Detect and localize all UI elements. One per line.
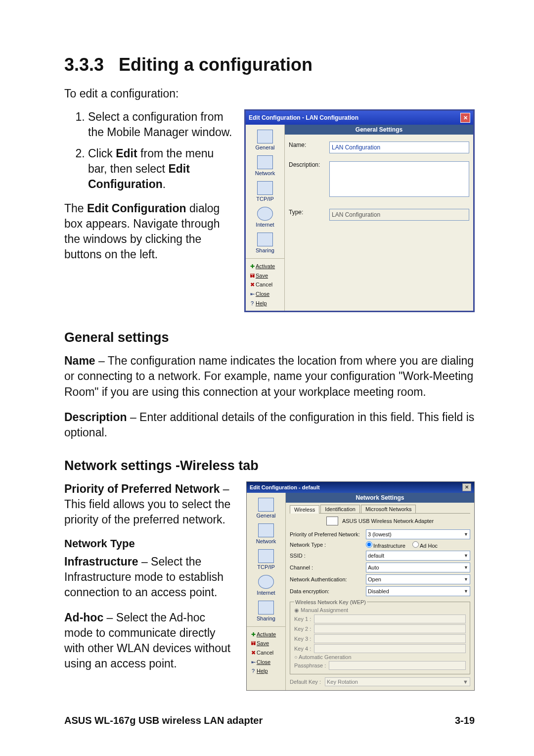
key1-input[interactable] (314, 614, 466, 623)
name-paragraph: Name – The configuration name indicates … (64, 353, 475, 399)
nav-network[interactable]: Network (247, 523, 285, 544)
chevron-down-icon: ▼ (464, 589, 468, 594)
key3-input[interactable] (314, 634, 466, 643)
nav-network[interactable]: Network (246, 155, 284, 176)
tab-wireless[interactable]: Wireless (290, 505, 319, 514)
action-save[interactable]: 🖬Save (250, 271, 282, 281)
radio-manual[interactable]: ◉ Manual Assignment (294, 607, 466, 614)
ssid-label: SSID : (290, 553, 364, 559)
adapter-icon (326, 517, 338, 525)
section-heading: 3.3.3 Editing a configuration (64, 54, 475, 75)
key3-label: Key 3 : (294, 636, 311, 642)
key4-label: Key 4 : (294, 646, 311, 652)
default-key-select[interactable]: Key Rotation▼ (325, 677, 470, 686)
step-1: Select a configuration from the Mobile M… (88, 109, 234, 140)
passphrase-label: Passphrase : (294, 662, 326, 668)
channel-select[interactable]: Auto▼ (366, 563, 470, 572)
network-icon (257, 155, 273, 169)
dialog2-title: Edit Configuration - default (250, 484, 320, 490)
infrastructure-paragraph: Infrastructure – Select the Infrastructu… (64, 554, 236, 600)
after-steps-text: The Edit Configuration dialog box appear… (64, 201, 234, 262)
general-icon (258, 498, 274, 512)
description-paragraph: Description – Enter additional details o… (64, 410, 475, 440)
chevron-down-icon: ▼ (464, 532, 468, 537)
auth-select[interactable]: Open▼ (366, 574, 470, 584)
chevron-down-icon: ▼ (463, 679, 468, 685)
dialog2-header: Network Settings (286, 493, 474, 503)
intro-text: To edit a configuration: (64, 87, 475, 100)
action-save[interactable]: 🖬Save (251, 639, 283, 648)
radio-infrastructure[interactable]: Infrastructure (366, 541, 405, 549)
tcpip-icon (258, 549, 274, 563)
key2-input[interactable] (314, 624, 466, 633)
nav-general[interactable]: General (246, 130, 284, 150)
close-icon[interactable]: ✕ (462, 483, 471, 491)
default-key-label: Default Key : (290, 679, 321, 685)
general-icon (257, 130, 273, 143)
action-activate[interactable]: ✚Activate (250, 262, 282, 271)
auth-label: Network Authentication: (290, 576, 364, 582)
chevron-down-icon: ▼ (464, 565, 468, 570)
priority-label: Priority of Preferred Network: (290, 531, 364, 537)
general-settings-heading: General settings (64, 330, 475, 345)
nav-tcpip[interactable]: TCP/IP (246, 181, 284, 202)
ssid-select[interactable]: default▼ (366, 551, 470, 561)
radio-adhoc[interactable]: Ad Hoc (412, 541, 438, 549)
tab-identification[interactable]: Identification (320, 505, 360, 513)
action-close[interactable]: ⇤Close (250, 289, 282, 299)
nav-internet[interactable]: Internet (247, 575, 285, 596)
type-field (329, 209, 469, 221)
network-settings-heading: Network settings -Wireless tab (64, 458, 475, 473)
footer-page-number: 3-19 (455, 715, 475, 726)
nav-general[interactable]: General (247, 498, 285, 519)
network-type-label: Network Type : (290, 542, 364, 548)
priority-paragraph: Priority of Preferred Network – This fie… (64, 481, 236, 527)
key4-input[interactable] (314, 644, 466, 653)
nav-sharing[interactable]: Sharing (246, 233, 284, 253)
nav-internet[interactable]: Internet (246, 207, 284, 228)
name-label: Name: (289, 142, 324, 148)
name-input[interactable] (329, 142, 469, 153)
encryption-label: Data encryption: (290, 588, 364, 594)
passphrase-input[interactable] (329, 661, 466, 670)
chevron-down-icon: ▼ (464, 553, 468, 558)
dialog1-title: Edit Configuration - LAN Configuration (249, 114, 358, 121)
adapter-row: ASUS USB Wireless Network Adapter (290, 517, 470, 525)
description-input[interactable] (329, 161, 469, 197)
sharing-icon (258, 601, 274, 614)
close-icon[interactable]: ✕ (460, 113, 470, 123)
channel-label: Channel : (290, 565, 364, 570)
nav-sharing[interactable]: Sharing (247, 601, 285, 621)
nav-tcpip[interactable]: TCP/IP (247, 549, 285, 570)
tcpip-icon (257, 181, 273, 195)
internet-icon (258, 575, 274, 589)
step-2: Click Edit from the menu bar, then selec… (88, 146, 234, 192)
network-icon (258, 523, 274, 537)
tab-microsoft-networks[interactable]: Microsoft Networks (361, 505, 416, 513)
edit-config-dialog-1: Edit Configuration - LAN Configuration ✕… (244, 109, 475, 312)
action-close[interactable]: ⇤Close (251, 658, 283, 667)
action-help[interactable]: ?Help (251, 666, 283, 676)
priority-select[interactable]: 3 (lowest)▼ (366, 529, 470, 539)
footer-product: ASUS WL-167g USB wireless LAN adapter (64, 715, 263, 726)
key1-label: Key 1 : (294, 616, 311, 622)
action-cancel[interactable]: ✖Cancel (250, 280, 282, 289)
action-cancel[interactable]: ✖Cancel (251, 648, 283, 658)
description-label: Description: (289, 161, 324, 168)
adhoc-paragraph: Ad-hoc – Select the Ad-hoc mode to commu… (64, 610, 236, 671)
encryption-select[interactable]: Disabled▼ (366, 586, 470, 596)
dialog1-header: General Settings (285, 125, 473, 135)
action-help[interactable]: ?Help (250, 299, 282, 308)
radio-auto[interactable]: ○ Automatic Generation (294, 654, 466, 660)
type-label: Type: (289, 209, 324, 216)
key2-label: Key 2 : (294, 626, 311, 632)
sharing-icon (257, 233, 273, 246)
wep-group: Wireless Network Key (WEP) ◉ Manual Assi… (290, 599, 470, 674)
action-activate[interactable]: ✚Activate (251, 630, 283, 639)
internet-icon (257, 207, 273, 221)
edit-config-dialog-2: Edit Configuration - default ✕ General N… (246, 481, 475, 691)
chevron-down-icon: ▼ (464, 577, 468, 582)
steps-list: Select a configuration from the Mobile M… (64, 109, 234, 192)
network-type-heading: Network Type (64, 537, 236, 550)
wep-legend: Wireless Network Key (WEP) (294, 599, 367, 605)
